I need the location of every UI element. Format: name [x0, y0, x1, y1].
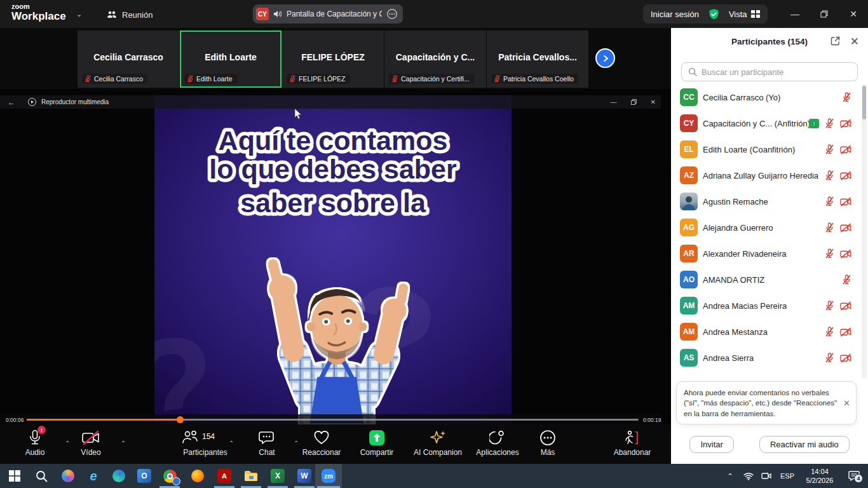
participant-search-input[interactable] — [702, 67, 851, 77]
camera-off-icon — [840, 197, 851, 207]
avatar: AR — [680, 245, 698, 262]
share-button[interactable]: Compartir — [349, 428, 404, 461]
participant-row[interactable]: AR Alexander Rivadeneira ↑ — [671, 241, 860, 267]
panel-scrollbar-track[interactable] — [862, 85, 867, 378]
wifi-icon[interactable] — [740, 464, 757, 488]
share-pill-label: Pantalla de Capacitación y C — [287, 10, 382, 18]
clock[interactable]: 14:04 5/2/2026 — [799, 467, 840, 485]
apps-icon — [489, 428, 506, 447]
layout-grid-icon — [751, 10, 760, 18]
avatar — [680, 193, 698, 210]
player-minimize-button[interactable]: — — [611, 98, 617, 105]
tile-name-tag: Cecilia Carrasco — [82, 74, 147, 84]
video-tile-5[interactable]: Patricia Cevallos... Patricia Cevallos C… — [487, 30, 588, 88]
ai-companion-button[interactable]: AI Companion — [407, 428, 469, 461]
participant-row[interactable]: EL Edith Loarte (Coanfitrión) ↑ — [671, 137, 860, 163]
shield-check-icon[interactable] — [708, 8, 720, 20]
participant-row[interactable]: AM Andrea Mestanza ↑ — [671, 319, 860, 345]
signin-button[interactable]: Iniciar sesión — [651, 10, 699, 19]
notification-center-icon[interactable]: 4 — [840, 464, 868, 488]
participant-name: Andrea Sierra — [703, 353, 754, 363]
acrobat-icon[interactable]: A — [212, 464, 236, 488]
active-share-pill[interactable]: CY Pantalla de Capacitación y C — [253, 4, 403, 24]
video-options-chevron[interactable]: ⌃ — [121, 440, 126, 447]
media-player-titlebar: ← Reproductor multimedia — ✕ — [0, 95, 661, 109]
seek-bar[interactable] — [27, 419, 639, 421]
participant-row[interactable]: AM Andrea Macias Pereira ↑ — [671, 293, 860, 319]
video-tile-1[interactable]: Cecilia Carrasco Cecilia Carrasco — [78, 30, 179, 88]
tile-tag-label: Patricia Cevallos Coello — [503, 75, 574, 83]
participant-row[interactable]: AO AMANDA ORTIZ ↑ — [671, 267, 860, 293]
toast-close-icon[interactable]: ✕ — [843, 398, 850, 408]
more-button[interactable]: Más — [529, 428, 567, 461]
panel-scrollbar-thumb[interactable] — [862, 86, 866, 119]
mic-off-icon — [494, 75, 501, 83]
svg-text:saber sobre la: saber sobre la — [240, 187, 426, 218]
firefox-icon[interactable] — [186, 464, 210, 488]
clock-time: 14:04 — [799, 467, 840, 476]
tab-meeting[interactable]: Reunión — [107, 6, 153, 23]
zoom-app-icon[interactable]: zm — [315, 464, 342, 488]
maximize-button[interactable] — [810, 0, 839, 28]
next-page-button[interactable] — [595, 48, 615, 68]
audio-button[interactable]: ! Audio ⌃ — [13, 428, 57, 461]
mic-off-icon — [187, 75, 194, 83]
player-restore-button[interactable] — [631, 99, 637, 105]
participants-button[interactable]: 154 ⌃ Participantes — [170, 428, 240, 461]
participant-row[interactable]: AZ Adriana Zullay Guijarro Heredia ↑ — [671, 163, 860, 189]
participant-row[interactable]: Agustin Remache ↑ — [671, 189, 860, 215]
popout-icon[interactable] — [831, 36, 840, 46]
mic-off-icon — [825, 327, 834, 337]
chat-button[interactable]: Chat ⌃ — [247, 428, 287, 461]
avatar: CY — [680, 114, 698, 132]
taskbar-search-icon[interactable] — [29, 464, 53, 488]
tile-tag-label: Capacitación y Certifi... — [401, 75, 470, 83]
tab-meeting-label: Reunión — [122, 10, 153, 20]
svg-text:lo que debes saber: lo que debes saber — [209, 154, 457, 184]
edge-icon[interactable] — [107, 464, 131, 488]
leave-button[interactable]: Abandonar — [602, 428, 662, 461]
participant-row[interactable]: CC Cecilia Carrasco (Yo) ↑ — [671, 85, 860, 111]
participants-options-chevron[interactable]: ⌃ — [229, 440, 234, 447]
video-button[interactable]: Vídeo ⌃ — [69, 428, 113, 461]
video-tile-2[interactable]: Edith Loarte Edith Loarte — [180, 30, 281, 88]
participant-list: CC Cecilia Carrasco (Yo) ↑ CY Capacitaci… — [671, 85, 860, 371]
excel-icon[interactable]: X — [266, 464, 290, 488]
participants-label: Participantes — [183, 448, 227, 457]
invite-button[interactable]: Invitar — [689, 436, 733, 453]
copilot-icon[interactable] — [56, 464, 80, 488]
participant-row[interactable]: AG Alejandra Guerrero ↑ — [671, 215, 860, 241]
video-tile-4[interactable]: Capacitación y C... Capacitación y Certi… — [384, 30, 486, 88]
internet-explorer-icon[interactable]: e — [81, 464, 105, 488]
word-icon[interactable]: W — [292, 464, 316, 488]
participant-name: Adriana Zullay Guijarro Heredia — [703, 171, 818, 180]
video-progress-strip: 0:00:06 0:00:19 — [0, 414, 661, 424]
seek-handle[interactable] — [177, 416, 184, 423]
meeting-controlbar: ! Audio ⌃ Vídeo ⌃ 154 ⌃ Participantes — [0, 424, 671, 464]
video-tile-3[interactable]: FELIPE LÓPEZ FELIPE LÓPEZ — [282, 30, 384, 88]
participant-search[interactable] — [681, 62, 858, 81]
media-player-title: Reproductor multimedia — [41, 98, 109, 105]
meet-now-icon[interactable] — [757, 464, 775, 488]
view-button[interactable]: Vista — [729, 10, 760, 19]
unmute-button[interactable]: Reactivar mi audio — [759, 436, 850, 453]
minimize-button[interactable]: — — [780, 0, 810, 28]
camera-off-icon — [840, 119, 851, 128]
chevron-down-icon[interactable]: ⌄ — [76, 10, 82, 18]
participant-row[interactable]: AS Andrea Sierra ↑ — [671, 345, 860, 371]
back-arrow-icon[interactable]: ← — [8, 98, 15, 107]
outlook-icon[interactable]: O — [132, 464, 156, 488]
panel-close-icon[interactable]: ✕ — [850, 35, 859, 48]
tray-chevron-icon[interactable]: ⌃ — [721, 464, 740, 488]
ellipsis-icon[interactable] — [386, 8, 398, 20]
react-button[interactable]: Reaccionar — [295, 428, 348, 461]
close-button[interactable]: ✕ — [839, 0, 868, 28]
start-button[interactable] — [3, 464, 27, 488]
chrome-icon[interactable] — [158, 464, 182, 488]
participant-row[interactable]: CY Capacitación y C... (Anfitrión) ↑ — [671, 111, 860, 137]
language-indicator[interactable]: ESP — [775, 472, 799, 480]
player-close-button[interactable]: ✕ — [651, 98, 656, 105]
tile-participant-name: FELIPE LÓPEZ — [282, 52, 384, 62]
file-explorer-icon[interactable] — [239, 464, 263, 488]
apps-button[interactable]: Aplicaciones — [468, 428, 527, 461]
